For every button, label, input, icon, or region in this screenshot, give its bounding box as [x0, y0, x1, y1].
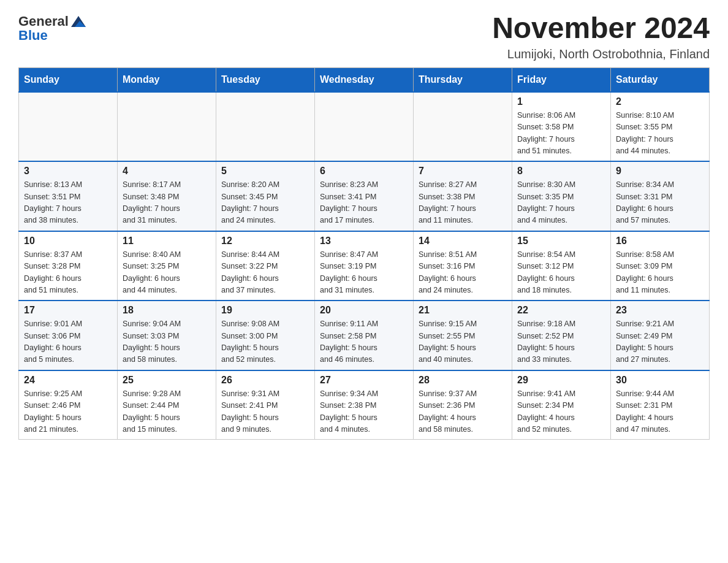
- table-row: 25Sunrise: 9:28 AMSunset: 2:44 PMDayligh…: [118, 370, 216, 440]
- day-info: Sunrise: 8:37 AMSunset: 3:28 PMDaylight:…: [24, 249, 112, 297]
- day-number: 24: [24, 375, 112, 386]
- table-row: [414, 92, 512, 162]
- table-row: 12Sunrise: 8:44 AMSunset: 3:22 PMDayligh…: [216, 231, 315, 301]
- day-info: Sunrise: 9:37 AMSunset: 2:36 PMDaylight:…: [419, 388, 507, 436]
- day-number: 4: [123, 166, 211, 177]
- logo-blue-text: Blue: [18, 28, 48, 43]
- day-info: Sunrise: 8:34 AMSunset: 3:31 PMDaylight:…: [616, 179, 704, 227]
- table-row: 7Sunrise: 8:27 AMSunset: 3:38 PMDaylight…: [414, 161, 512, 231]
- table-row: 26Sunrise: 9:31 AMSunset: 2:41 PMDayligh…: [216, 370, 315, 440]
- day-info: Sunrise: 8:20 AMSunset: 3:45 PMDaylight:…: [221, 179, 309, 227]
- day-number: 25: [123, 375, 211, 386]
- table-row: 17Sunrise: 9:01 AMSunset: 3:06 PMDayligh…: [19, 301, 118, 370]
- day-info: Sunrise: 9:41 AMSunset: 2:34 PMDaylight:…: [517, 388, 605, 436]
- day-number: 21: [419, 305, 507, 316]
- table-row: 16Sunrise: 8:58 AMSunset: 3:09 PMDayligh…: [611, 231, 710, 301]
- day-number: 26: [221, 375, 309, 386]
- table-row: 24Sunrise: 9:25 AMSunset: 2:46 PMDayligh…: [19, 370, 118, 440]
- col-thursday: Thursday: [414, 67, 512, 92]
- day-info: Sunrise: 9:11 AMSunset: 2:58 PMDaylight:…: [320, 318, 408, 366]
- day-number: 20: [320, 305, 408, 316]
- logo-icon: [70, 13, 87, 31]
- day-info: Sunrise: 8:06 AMSunset: 3:58 PMDaylight:…: [517, 110, 605, 158]
- table-row: [19, 92, 118, 162]
- day-info: Sunrise: 9:44 AMSunset: 2:31 PMDaylight:…: [616, 388, 704, 436]
- day-info: Sunrise: 9:31 AMSunset: 2:41 PMDaylight:…: [221, 388, 309, 436]
- day-info: Sunrise: 8:54 AMSunset: 3:12 PMDaylight:…: [517, 249, 605, 297]
- day-info: Sunrise: 8:44 AMSunset: 3:22 PMDaylight:…: [221, 249, 309, 297]
- table-row: 30Sunrise: 9:44 AMSunset: 2:31 PMDayligh…: [611, 370, 710, 440]
- day-info: Sunrise: 8:13 AMSunset: 3:51 PMDaylight:…: [24, 179, 112, 227]
- table-row: 5Sunrise: 8:20 AMSunset: 3:45 PMDaylight…: [216, 161, 315, 231]
- day-number: 3: [24, 166, 112, 177]
- day-info: Sunrise: 8:51 AMSunset: 3:16 PMDaylight:…: [419, 249, 507, 297]
- table-row: 1Sunrise: 8:06 AMSunset: 3:58 PMDaylight…: [512, 92, 611, 162]
- table-row: 23Sunrise: 9:21 AMSunset: 2:49 PMDayligh…: [611, 301, 710, 370]
- logo: General Blue: [18, 12, 87, 43]
- title-block: November 2024 Lumijoki, North Ostrobothn…: [492, 12, 710, 61]
- table-row: 29Sunrise: 9:41 AMSunset: 2:34 PMDayligh…: [512, 370, 611, 440]
- day-number: 27: [320, 375, 408, 386]
- day-info: Sunrise: 8:27 AMSunset: 3:38 PMDaylight:…: [419, 179, 507, 227]
- calendar-week-5: 24Sunrise: 9:25 AMSunset: 2:46 PMDayligh…: [19, 370, 710, 440]
- table-row: 27Sunrise: 9:34 AMSunset: 2:38 PMDayligh…: [315, 370, 414, 440]
- day-number: 17: [24, 305, 112, 316]
- col-sunday: Sunday: [19, 67, 118, 92]
- day-number: 9: [616, 166, 704, 177]
- table-row: 4Sunrise: 8:17 AMSunset: 3:48 PMDaylight…: [118, 161, 216, 231]
- day-number: 10: [24, 236, 112, 247]
- day-number: 15: [517, 236, 605, 247]
- day-number: 11: [123, 236, 211, 247]
- day-info: Sunrise: 8:30 AMSunset: 3:35 PMDaylight:…: [517, 179, 605, 227]
- table-row: 11Sunrise: 8:40 AMSunset: 3:25 PMDayligh…: [118, 231, 216, 301]
- col-tuesday: Tuesday: [216, 67, 315, 92]
- day-number: 30: [616, 375, 704, 386]
- day-info: Sunrise: 9:25 AMSunset: 2:46 PMDaylight:…: [24, 388, 112, 436]
- day-info: Sunrise: 8:40 AMSunset: 3:25 PMDaylight:…: [123, 249, 211, 297]
- day-number: 28: [419, 375, 507, 386]
- day-info: Sunrise: 9:18 AMSunset: 2:52 PMDaylight:…: [517, 318, 605, 366]
- table-row: 6Sunrise: 8:23 AMSunset: 3:41 PMDaylight…: [315, 161, 414, 231]
- day-info: Sunrise: 8:17 AMSunset: 3:48 PMDaylight:…: [123, 179, 211, 227]
- table-row: [315, 92, 414, 162]
- col-friday: Friday: [512, 67, 611, 92]
- table-row: 22Sunrise: 9:18 AMSunset: 2:52 PMDayligh…: [512, 301, 611, 370]
- day-number: 5: [221, 166, 309, 177]
- table-row: 21Sunrise: 9:15 AMSunset: 2:55 PMDayligh…: [414, 301, 512, 370]
- calendar-week-4: 17Sunrise: 9:01 AMSunset: 3:06 PMDayligh…: [19, 301, 710, 370]
- day-info: Sunrise: 9:04 AMSunset: 3:03 PMDaylight:…: [123, 318, 211, 366]
- month-title: November 2024: [492, 12, 710, 45]
- col-monday: Monday: [118, 67, 216, 92]
- col-saturday: Saturday: [611, 67, 710, 92]
- day-number: 23: [616, 305, 704, 316]
- table-row: 13Sunrise: 8:47 AMSunset: 3:19 PMDayligh…: [315, 231, 414, 301]
- table-row: 14Sunrise: 8:51 AMSunset: 3:16 PMDayligh…: [414, 231, 512, 301]
- day-info: Sunrise: 9:28 AMSunset: 2:44 PMDaylight:…: [123, 388, 211, 436]
- table-row: [216, 92, 315, 162]
- day-number: 14: [419, 236, 507, 247]
- table-row: 19Sunrise: 9:08 AMSunset: 3:00 PMDayligh…: [216, 301, 315, 370]
- table-row: 3Sunrise: 8:13 AMSunset: 3:51 PMDaylight…: [19, 161, 118, 231]
- day-number: 18: [123, 305, 211, 316]
- day-info: Sunrise: 9:08 AMSunset: 3:00 PMDaylight:…: [221, 318, 309, 366]
- table-row: 20Sunrise: 9:11 AMSunset: 2:58 PMDayligh…: [315, 301, 414, 370]
- page: General Blue November 2024 Lumijoki, Nor…: [0, 0, 728, 458]
- day-number: 29: [517, 375, 605, 386]
- header: General Blue November 2024 Lumijoki, Nor…: [18, 12, 710, 61]
- day-number: 1: [517, 96, 605, 107]
- day-info: Sunrise: 8:10 AMSunset: 3:55 PMDaylight:…: [616, 110, 704, 158]
- table-row: 28Sunrise: 9:37 AMSunset: 2:36 PMDayligh…: [414, 370, 512, 440]
- calendar-header-row: Sunday Monday Tuesday Wednesday Thursday…: [19, 67, 710, 92]
- day-number: 8: [517, 166, 605, 177]
- day-info: Sunrise: 9:15 AMSunset: 2:55 PMDaylight:…: [419, 318, 507, 366]
- calendar-week-2: 3Sunrise: 8:13 AMSunset: 3:51 PMDaylight…: [19, 161, 710, 231]
- day-number: 22: [517, 305, 605, 316]
- day-info: Sunrise: 8:58 AMSunset: 3:09 PMDaylight:…: [616, 249, 704, 297]
- day-number: 19: [221, 305, 309, 316]
- calendar-table: Sunday Monday Tuesday Wednesday Thursday…: [18, 67, 710, 440]
- table-row: 9Sunrise: 8:34 AMSunset: 3:31 PMDaylight…: [611, 161, 710, 231]
- day-number: 13: [320, 236, 408, 247]
- calendar-week-3: 10Sunrise: 8:37 AMSunset: 3:28 PMDayligh…: [19, 231, 710, 301]
- table-row: 2Sunrise: 8:10 AMSunset: 3:55 PMDaylight…: [611, 92, 710, 162]
- calendar-week-1: 1Sunrise: 8:06 AMSunset: 3:58 PMDaylight…: [19, 92, 710, 162]
